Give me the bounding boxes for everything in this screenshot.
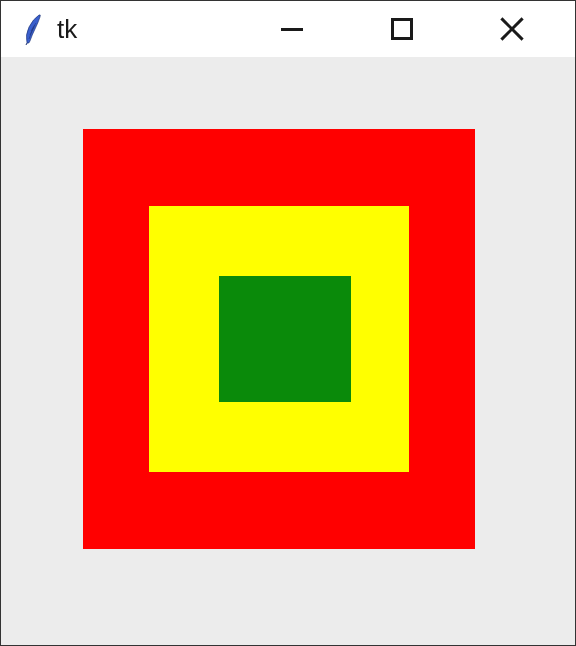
tk-feather-icon (21, 13, 45, 45)
minimize-icon (281, 28, 303, 31)
window-controls (237, 1, 567, 57)
close-button[interactable] (457, 1, 567, 57)
rect-inner (219, 276, 351, 402)
client-area (1, 57, 575, 645)
close-icon (499, 16, 525, 42)
maximize-icon (391, 18, 413, 40)
titlebar: tk (1, 1, 575, 57)
maximize-button[interactable] (347, 1, 457, 57)
canvas (1, 57, 575, 645)
minimize-button[interactable] (237, 1, 347, 57)
app-window: tk (0, 0, 576, 646)
window-title: tk (57, 14, 77, 45)
titlebar-left: tk (21, 13, 77, 45)
